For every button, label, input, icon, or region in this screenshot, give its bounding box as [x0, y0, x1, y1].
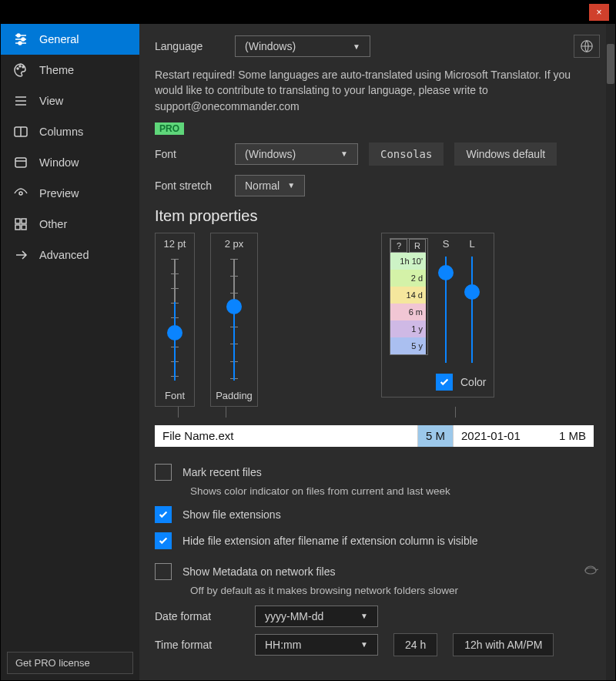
language-label: Language: [155, 40, 224, 52]
time-12h-button[interactable]: 12h with AM/PM: [453, 633, 554, 656]
color-scale-band: 2 d: [390, 270, 426, 287]
sidebar-label: Other: [39, 218, 67, 230]
font-default-button[interactable]: Windows default: [454, 143, 557, 166]
sidebar-item-other[interactable]: Other: [1, 209, 139, 240]
sidebar-item-view[interactable]: View: [1, 86, 139, 116]
font-label: Font: [155, 148, 224, 160]
svg-rect-11: [15, 225, 20, 230]
translate-button[interactable]: [574, 35, 600, 58]
language-value: (Windows): [245, 40, 296, 52]
sidebar-item-theme[interactable]: Theme: [1, 55, 139, 86]
font-stretch-label: Font stretch: [155, 179, 224, 192]
font-size-slider[interactable]: [163, 254, 186, 385]
language-hint: Restart required! Some languages are aut…: [155, 67, 586, 114]
scrollbar-thumb[interactable]: [607, 44, 614, 84]
window-icon: [13, 155, 28, 170]
mark-recent-desc: Shows color indicator on files from curr…: [190, 485, 600, 497]
connector-lines: [155, 407, 594, 418]
sliders-icon: [13, 32, 28, 47]
sidebar-label: General: [39, 33, 79, 45]
color-s-label: S: [443, 238, 450, 252]
svg-point-4: [19, 65, 21, 67]
hide-extension-checkbox[interactable]: [155, 532, 172, 549]
sidebar-item-advanced[interactable]: Advanced: [1, 240, 139, 270]
color-checkbox-label: Color: [460, 376, 486, 388]
time-format-value: HH:mm: [265, 639, 301, 651]
item-preview-bar: File Name.ext 5 M 2021-01-01 1 MB: [155, 425, 594, 447]
font-select[interactable]: (Windows) ▼: [235, 143, 358, 165]
date-format-label: Date format: [155, 610, 239, 622]
show-metadata-checkbox[interactable]: [155, 563, 172, 580]
color-l-label: L: [469, 238, 474, 252]
padding-slider[interactable]: [223, 254, 246, 385]
padding-caption: Padding: [216, 390, 253, 401]
color-help-button[interactable]: ?: [390, 239, 407, 253]
body: General Theme View Columns: [1, 24, 615, 680]
font-size-value: 12 pt: [164, 238, 186, 250]
sidebar-label: Window: [39, 156, 79, 169]
sidebar-item-columns[interactable]: Columns: [1, 116, 139, 147]
color-checkbox[interactable]: [436, 374, 453, 391]
svg-rect-10: [22, 219, 26, 223]
hide-extension-label: Hide file extension after filename if ex…: [182, 535, 478, 547]
mark-recent-checkbox[interactable]: [155, 464, 172, 481]
scrollbar-track[interactable]: [606, 24, 615, 680]
font-stretch-value: Normal: [245, 179, 280, 192]
sidebar-label: Advanced: [39, 249, 89, 261]
preview-modified: 5 M: [417, 425, 454, 447]
color-scale-band: 6 m: [390, 304, 426, 320]
font-size-caption: Font: [165, 390, 185, 401]
color-scale-band: 1h 10': [390, 253, 426, 270]
font-consolas-button[interactable]: Consolas: [369, 143, 444, 166]
sidebar-item-general[interactable]: General: [1, 24, 139, 55]
eye-icon: [13, 186, 28, 201]
settings-window: × General Theme View: [0, 0, 616, 681]
show-extensions-label: Show file extensions: [182, 508, 281, 521]
date-format-value: yyyy-MM-dd: [265, 610, 323, 622]
lightness-slider[interactable]: [464, 252, 480, 367]
svg-rect-9: [15, 219, 20, 223]
pro-badge: PRO: [155, 122, 184, 135]
svg-point-5: [22, 66, 24, 68]
time-24h-button[interactable]: 24 h: [393, 633, 437, 656]
close-icon: ×: [596, 7, 601, 18]
close-button[interactable]: ×: [589, 4, 609, 21]
svg-point-14: [585, 568, 596, 574]
chevron-down-icon: ▼: [360, 612, 368, 620]
palette-icon: [13, 62, 28, 78]
show-extensions-checkbox[interactable]: [155, 506, 172, 523]
show-metadata-label: Show Metadata on network files: [182, 565, 335, 578]
sidebar-item-preview[interactable]: Preview: [1, 178, 139, 209]
svg-point-0: [17, 34, 20, 37]
font-stretch-select[interactable]: Normal ▼: [235, 175, 305, 196]
chevron-down-icon: ▼: [287, 181, 295, 190]
sidebar-label: View: [39, 95, 63, 107]
columns-icon: [13, 124, 28, 139]
sidebar-label: Preview: [39, 187, 79, 200]
color-settings-box: ? R 1h 10'2 d14 d6 m1 y5 y S: [381, 233, 494, 398]
saturation-slider[interactable]: [437, 252, 454, 367]
preview-size: 1 MB: [546, 425, 594, 447]
color-scale-band: 5 y: [390, 337, 426, 354]
color-scale: 1h 10'2 d14 d6 m1 y5 y: [390, 253, 426, 354]
padding-slider-box: 2 px Padding: [210, 233, 258, 407]
time-format-label: Time format: [155, 639, 239, 651]
date-format-select[interactable]: yyyy-MM-dd ▼: [255, 606, 378, 627]
item-properties-title: Item properties: [155, 207, 600, 225]
language-select[interactable]: (Windows) ▼: [235, 35, 370, 57]
get-pro-button[interactable]: Get PRO license: [7, 652, 133, 674]
globe-icon: [580, 39, 594, 53]
sidebar-label: Theme: [39, 64, 74, 76]
content-panel: Language (Windows) ▼ Restart required! S…: [139, 24, 615, 680]
time-format-select[interactable]: HH:mm ▼: [255, 634, 378, 656]
svg-point-2: [18, 42, 22, 45]
svg-point-8: [19, 192, 22, 195]
sidebar-item-window[interactable]: Window: [1, 147, 139, 178]
font-value: (Windows): [245, 148, 296, 160]
get-pro-label: Get PRO license: [15, 657, 90, 669]
color-reset-button[interactable]: R: [409, 239, 426, 253]
svg-rect-7: [15, 158, 26, 167]
mark-recent-label: Mark recent files: [182, 466, 262, 478]
sidebar: General Theme View Columns: [1, 24, 139, 680]
grid-icon: [13, 216, 28, 232]
